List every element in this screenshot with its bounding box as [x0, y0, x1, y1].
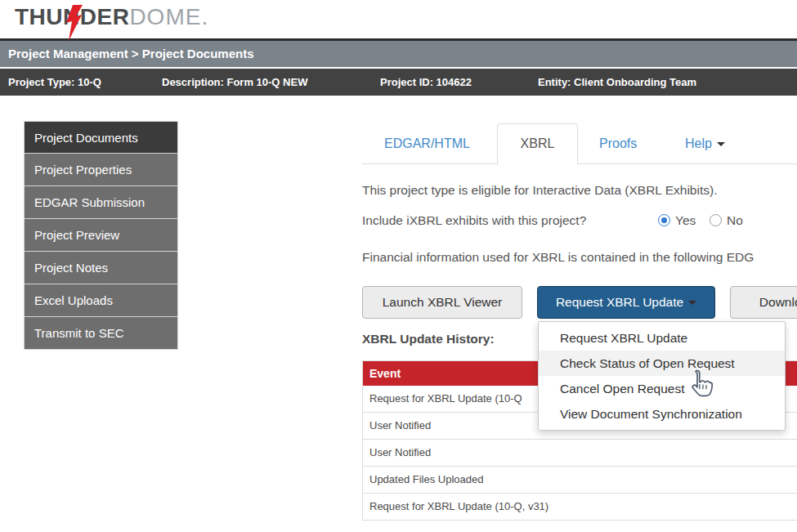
radio-no-label: No: [727, 213, 743, 227]
lightning-bolt-icon: [62, 5, 85, 41]
project-info-bar: Project Type: 10-Q Description: Form 10-…: [0, 69, 797, 96]
financial-info-text: Financial information used for XBRL is c…: [362, 250, 754, 265]
tab-proofs[interactable]: Proofs: [599, 123, 637, 163]
request-xbrl-update-label: Request XBRL Update: [556, 295, 683, 309]
radio-group-yes: Yes: [658, 213, 696, 228]
caret-down-icon: [717, 142, 725, 146]
tab-edgar-html[interactable]: EDGAR/HTML: [384, 123, 470, 163]
tab-help-label: Help: [685, 136, 712, 150]
eligibility-text: This project type is eligible for Intera…: [362, 183, 717, 198]
tab-help[interactable]: Help: [685, 123, 725, 163]
caret-down-icon: [688, 301, 696, 305]
sidebar-item-transmit-to-sec[interactable]: Transmit to SEC: [24, 317, 178, 350]
radio-yes-button[interactable]: [658, 214, 670, 226]
menu-item-check-status-of-open-request[interactable]: Check Status of Open Request: [539, 351, 785, 376]
menu-item-cancel-open-request[interactable]: Cancel Open Request: [539, 376, 785, 401]
thunderdome-logo: THUNDERDOME.: [15, 4, 208, 30]
project-description-value: Description: Form 10-Q NEW: [162, 69, 307, 96]
logo-secondary-text: DOME.: [129, 4, 208, 29]
app-root: THUNDERDOME. Project Management > Projec…: [0, 0, 797, 532]
menu-item-request-xbrl-update[interactable]: Request XBRL Update: [539, 325, 785, 351]
request-xbrl-update-dropdown-menu: Request XBRL Update Check Status of Open…: [538, 321, 786, 431]
sidebar-item-project-properties[interactable]: Project Properties: [24, 154, 178, 186]
table-row[interactable]: Updated Files Uploaded: [363, 467, 797, 494]
breadcrumb: Project Management > Project Documents: [0, 41, 797, 66]
radio-yes-label: Yes: [675, 213, 696, 227]
hand-pointer-cursor-icon: [687, 369, 714, 400]
table-row[interactable]: Request for XBRL Update (10-Q, v31): [363, 494, 797, 521]
radio-no-button[interactable]: [710, 214, 722, 226]
xbrl-update-history-label: XBRL Update History:: [362, 332, 495, 346]
table-row[interactable]: User Notified: [363, 440, 797, 467]
project-entity-value: Entity: Client Onboarding Team: [538, 69, 696, 96]
menu-item-view-document-synchronization[interactable]: View Document Synchronization: [539, 401, 785, 427]
radio-group-no: No: [710, 213, 743, 228]
ixbrl-question-label: Include iXBRL exhibits with this project…: [362, 213, 586, 228]
sidebar-item-project-documents[interactable]: Project Documents: [24, 121, 178, 154]
sidebar-item-project-preview[interactable]: Project Preview: [24, 219, 178, 252]
sidebar-nav: Project Documents Project Properties EDG…: [24, 121, 178, 350]
sidebar-item-excel-uploads[interactable]: Excel Uploads: [24, 284, 178, 317]
download-button[interactable]: Downloa: [730, 286, 797, 319]
request-xbrl-update-button[interactable]: Request XBRL Update: [537, 286, 715, 319]
breadcrumb-bar: Project Management > Project Documents: [0, 38, 797, 67]
content-tabs: EDGAR/HTML XBRL Proofs Help: [362, 123, 797, 164]
project-type-value: Project Type: 10-Q: [8, 69, 101, 96]
project-id-value: Project ID: 104622: [380, 69, 472, 96]
sidebar-item-project-notes[interactable]: Project Notes: [24, 252, 178, 284]
launch-xbrl-viewer-button[interactable]: Launch XBRL Viewer: [362, 286, 522, 319]
tab-xbrl[interactable]: XBRL: [497, 123, 578, 164]
sidebar-item-edgar-submission[interactable]: EDGAR Submission: [24, 186, 178, 219]
ixbrl-radio-row: Include iXBRL exhibits with this project…: [362, 213, 797, 231]
